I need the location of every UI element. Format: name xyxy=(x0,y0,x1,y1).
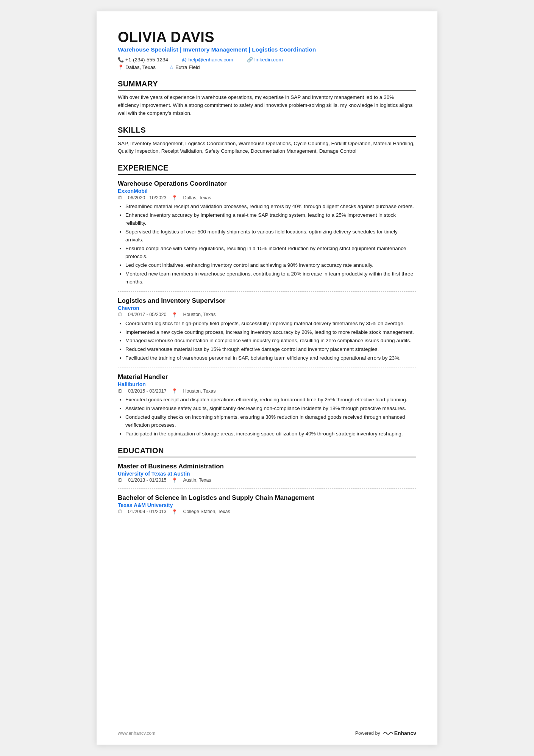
job-2: Logistics and Inventory Supervisor Chevr… xyxy=(118,297,416,363)
job-2-company: Chevron xyxy=(118,305,416,311)
degree-1: Master of Business Administration Univer… xyxy=(118,463,416,483)
job-3-location: Houston, Texas xyxy=(183,388,215,394)
experience-section: EXPERIENCE Warehouse Operations Coordina… xyxy=(118,164,416,438)
job-1-meta: 🗓 06/2020 - 10/2023 📍 Dallas, Texas xyxy=(118,195,416,200)
list-item: Reduced warehouse material loss by 15% t… xyxy=(125,346,416,354)
job-2-location: Houston, Texas xyxy=(183,312,215,317)
candidate-name: OLIVIA DAVIS xyxy=(118,30,416,45)
degree-2-location-icon: 📍 xyxy=(172,509,178,515)
degree-2-title: Bachelor of Science in Logistics and Sup… xyxy=(118,494,416,502)
job-divider-2 xyxy=(118,368,416,368)
list-item: Executed goods receipt and dispatch oper… xyxy=(125,396,416,404)
job-1-company: ExxonMobil xyxy=(118,188,416,194)
edu-divider-1 xyxy=(118,488,416,489)
job-3-bullets: Executed goods receipt and dispatch oper… xyxy=(118,396,416,438)
list-item: Managed warehouse documentation in compl… xyxy=(125,337,416,345)
enhancv-logo-svg xyxy=(383,730,393,736)
email-icon: @ xyxy=(182,57,187,63)
extra-field-text: Extra Field xyxy=(175,64,200,70)
email-address: help@enhancv.com xyxy=(188,57,233,63)
degree-2: Bachelor of Science in Logistics and Sup… xyxy=(118,494,416,515)
degree-2-meta: 🗓 01/2009 - 01/2013 📍 College Station, T… xyxy=(118,509,416,515)
email-item: @ help@enhancv.com xyxy=(182,57,233,63)
education-section: EDUCATION Master of Business Administrat… xyxy=(118,446,416,515)
job-3-title: Material Handler xyxy=(118,373,416,381)
list-item: Implemented a new cycle counting process… xyxy=(125,329,416,337)
job-2-title: Logistics and Inventory Supervisor xyxy=(118,297,416,305)
degree-1-dates-icon: 🗓 xyxy=(118,477,123,483)
list-item: Conducted quality checks on incoming shi… xyxy=(125,413,416,429)
job-1-location: Dallas, Texas xyxy=(183,195,211,200)
job-1-dates: 06/2020 - 10/2023 xyxy=(128,195,166,200)
degree-1-school: University of Texas at Austin xyxy=(118,471,416,477)
list-item: Streamlined material receipt and validat… xyxy=(125,203,416,211)
job-1-title: Warehouse Operations Coordinator xyxy=(118,180,416,188)
job-2-dates: 04/2017 - 05/2020 xyxy=(128,312,166,317)
job-1-location-icon: 📍 xyxy=(172,195,178,200)
location-text: Dallas, Texas xyxy=(125,64,156,70)
job-1: Warehouse Operations Coordinator ExxonMo… xyxy=(118,180,416,286)
experience-title: EXPERIENCE xyxy=(118,164,416,175)
degree-2-dates: 01/2009 - 01/2013 xyxy=(128,509,166,514)
contact-row-1: 📞 +1-(234)-555-1234 @ help@enhancv.com 🔗… xyxy=(118,57,416,64)
summary-title: SUMMARY xyxy=(118,80,416,91)
phone-number: +1-(234)-555-1234 xyxy=(125,57,168,63)
job-3-dates-icon: 🗓 xyxy=(118,388,123,394)
list-item: Coordinated logistics for high-priority … xyxy=(125,320,416,328)
list-item: Assisted in warehouse safety audits, sig… xyxy=(125,405,416,413)
linkedin-url: linkedin.com xyxy=(255,57,283,63)
linkedin-icon: 🔗 xyxy=(247,57,253,63)
degree-2-dates-icon: 🗓 xyxy=(118,509,123,514)
phone-item: 📞 +1-(234)-555-1234 xyxy=(118,57,168,63)
education-title: EDUCATION xyxy=(118,446,416,457)
job-divider-1 xyxy=(118,291,416,292)
enhancv-brand-name: Enhancv xyxy=(394,730,416,736)
degree-1-location-icon: 📍 xyxy=(172,477,178,483)
job-2-dates-icon: 🗓 xyxy=(118,312,123,317)
location-icon: 📍 xyxy=(118,64,124,70)
summary-section: SUMMARY With over five years of experien… xyxy=(118,80,416,117)
page-footer: www.enhancv.com Powered by Enhancv xyxy=(118,730,416,736)
summary-text: With over five years of experience in wa… xyxy=(118,94,416,117)
skills-section: SKILLS SAP, Inventory Management, Logist… xyxy=(118,126,416,156)
extra-field-item: ☆ Extra Field xyxy=(169,64,200,70)
header: OLIVIA DAVIS Warehouse Specialist | Inve… xyxy=(118,30,416,71)
degree-1-location: Austin, Texas xyxy=(183,477,211,483)
location-item: 📍 Dallas, Texas xyxy=(118,64,156,70)
contact-row-2: 📍 Dallas, Texas ☆ Extra Field xyxy=(118,64,416,71)
footer-brand: Powered by Enhancv xyxy=(355,730,416,736)
list-item: Led cycle count initiatives, enhancing i… xyxy=(125,261,416,269)
job-3-dates: 03/2015 - 03/2017 xyxy=(128,388,166,394)
degree-2-school: Texas A&M University xyxy=(118,502,416,508)
degree-2-location: College Station, Texas xyxy=(183,509,230,514)
job-2-location-icon: 📍 xyxy=(172,312,178,318)
job-3-location-icon: 📍 xyxy=(172,388,178,394)
footer-website: www.enhancv.com xyxy=(118,731,155,736)
resume-page: OLIVIA DAVIS Warehouse Specialist | Inve… xyxy=(97,11,437,745)
degree-1-dates: 01/2013 - 01/2015 xyxy=(128,477,166,483)
powered-by-text: Powered by xyxy=(355,731,380,736)
job-1-bullets: Streamlined material receipt and validat… xyxy=(118,203,416,286)
job-3-company: Halliburton xyxy=(118,381,416,387)
phone-icon: 📞 xyxy=(118,57,124,63)
degree-1-title: Master of Business Administration xyxy=(118,463,416,470)
list-item: Mentored new team members in warehouse o… xyxy=(125,270,416,286)
list-item: Enhanced inventory accuracy by implement… xyxy=(125,211,416,227)
list-item: Supervised the logistics of over 500 mon… xyxy=(125,228,416,244)
job-2-bullets: Coordinated logistics for high-priority … xyxy=(118,320,416,363)
skills-title: SKILLS xyxy=(118,126,416,137)
list-item: Facilitated the training of warehouse pe… xyxy=(125,354,416,362)
star-icon: ☆ xyxy=(169,64,174,70)
job-1-dates-icon: 🗓 xyxy=(118,195,123,200)
job-3-meta: 🗓 03/2015 - 03/2017 📍 Houston, Texas xyxy=(118,388,416,394)
list-item: Participated in the optimization of stor… xyxy=(125,430,416,438)
list-item: Ensured compliance with safety regulatio… xyxy=(125,245,416,261)
linkedin-item: 🔗 linkedin.com xyxy=(247,57,283,63)
candidate-title: Warehouse Specialist | Inventory Managem… xyxy=(118,46,416,53)
job-3: Material Handler Halliburton 🗓 03/2015 -… xyxy=(118,373,416,438)
enhancv-logo: Enhancv xyxy=(383,730,416,736)
skills-text: SAP, Inventory Management, Logistics Coo… xyxy=(118,140,416,156)
degree-1-meta: 🗓 01/2013 - 01/2015 📍 Austin, Texas xyxy=(118,477,416,483)
job-2-meta: 🗓 04/2017 - 05/2020 📍 Houston, Texas xyxy=(118,312,416,318)
